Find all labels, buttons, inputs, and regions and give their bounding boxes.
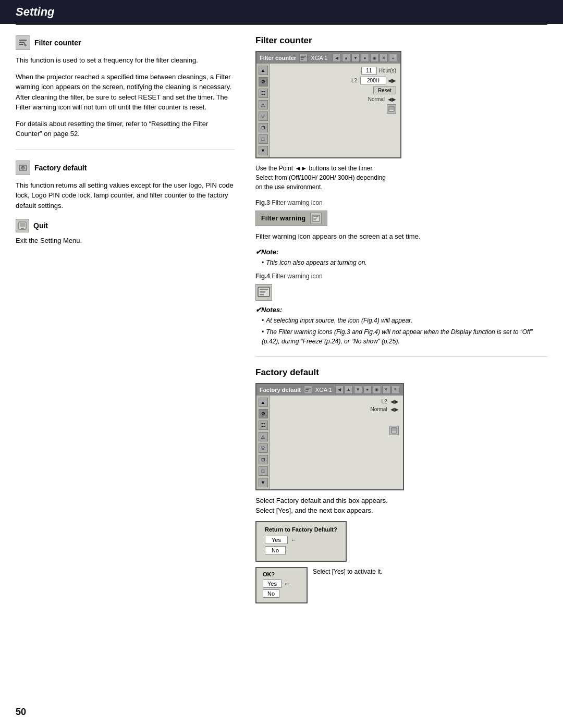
- factory-proj-icon-5: ◉: [373, 386, 381, 394]
- select-activate-text: Select [Yes] to activate it.: [313, 567, 383, 576]
- proj-icon-1: ◀: [333, 54, 341, 62]
- page-title: Setting: [16, 5, 55, 19]
- quit-para1: Exit the Setting Menu.: [16, 236, 235, 246]
- proj-icon-filter: [299, 54, 308, 62]
- sidebar-icon-7: □: [259, 134, 268, 144]
- note1-item1: This icon also appears at turning on.: [255, 258, 547, 267]
- svg-rect-11: [301, 57, 304, 58]
- factory-default-icon: [16, 161, 30, 175]
- proj-quit-row: [274, 104, 396, 114]
- sidebar-icon-3: ☷: [259, 89, 268, 98]
- proj-body: ▲ ⚙ ☷ △ ▽ ⊡ □ ▼ 11 Hour(s): [256, 64, 400, 157]
- notes2-item1: At selecting input source, the icon (Fig…: [255, 316, 547, 325]
- proj-hours-row: 11 Hour(s): [274, 67, 396, 75]
- factory-proj-icon-3: ▼: [354, 386, 362, 394]
- proj-quit-icon: [387, 104, 396, 114]
- proj-header-model: XGA 1: [311, 55, 327, 61]
- factory-proj-row-1: L2 ◀▶: [274, 399, 399, 404]
- section-separator-1: [16, 150, 235, 150]
- factory-proj-icon-1: ◀: [335, 386, 344, 394]
- factory-dialog2-no-btn[interactable]: No: [263, 589, 279, 598]
- filter-counter-para3: For details about resetting the timer, r…: [16, 119, 235, 139]
- factory-right-desc: Select Factory default and this box appe…: [255, 496, 391, 516]
- factory-dialog2-title: OK?: [263, 571, 300, 577]
- page-footer: 50: [16, 707, 26, 718]
- filter-counter-para1: This function is used to set a frequency…: [16, 55, 235, 66]
- svg-rect-20: [260, 289, 268, 290]
- factory-proj-main: L2 ◀▶ Normal ◀▶: [270, 396, 403, 489]
- quit-icon: [16, 219, 29, 232]
- right-column: Filter counter Filter counter XGA 1 ◀ ▲ …: [255, 35, 547, 606]
- factory-proj-row2-arrows[interactable]: ◀▶: [390, 406, 399, 412]
- factory-proj-row1-label: L2: [382, 399, 387, 404]
- factory-proj-quit-row: [274, 426, 399, 435]
- dialogs-container: Return to Factory Default? Yes ← No OK? …: [255, 521, 547, 606]
- proj-row1-label: L2: [351, 78, 357, 83]
- proj-icon-3: ▼: [351, 54, 360, 62]
- factory-proj-row1-arrows[interactable]: ◀▶: [390, 399, 399, 404]
- fig3-caption-text: Filter warning icon: [272, 199, 322, 206]
- svg-rect-27: [392, 428, 396, 431]
- factory-default-heading: Factory default: [16, 161, 235, 175]
- factory-proj-icon-4: ●: [363, 386, 372, 394]
- filter-counter-ui-description: Use the Point ◄► buttons to set the time…: [255, 164, 386, 192]
- svg-rect-21: [260, 291, 265, 293]
- svg-rect-9: [21, 228, 24, 229]
- svg-rect-10: [301, 56, 306, 57]
- factory-dialog1-no-btn[interactable]: No: [265, 546, 286, 554]
- sidebar-icon-2: ⚙: [259, 77, 268, 87]
- select-activate-row: OK? Yes ← No Select [Yes] to activate it…: [255, 567, 383, 606]
- proj-reset-button[interactable]: Reset: [373, 87, 396, 94]
- filter-counter-para2: When the projector reached a specified t…: [16, 72, 235, 113]
- factory-default-right-heading: Factory default: [255, 367, 547, 378]
- factory-dialog2-yes-row: Yes ←: [263, 579, 300, 588]
- fig4-caption: Fig.4 Filter warning icon: [255, 273, 547, 280]
- note1-block: ✔Note: This icon also appears at turning…: [255, 248, 547, 267]
- factory-dialog2-yes-btn[interactable]: Yes: [263, 579, 282, 588]
- proj-main: 11 Hour(s) L2 200H ◀▶ Reset: [270, 64, 400, 157]
- factory-proj-header-icons: ◀ ▲ ▼ ● ◉ ✕ ≡: [335, 386, 400, 394]
- svg-point-6: [22, 167, 23, 168]
- factory-dialog-2: OK? Yes ← No: [255, 567, 308, 603]
- proj-icon-5: ◉: [370, 54, 378, 62]
- svg-rect-16: [313, 216, 319, 217]
- factory-proj-icon-7: ≡: [391, 386, 400, 394]
- svg-rect-2: [19, 44, 23, 45]
- proj-icon-2: ▲: [342, 54, 350, 62]
- factory-dialog2-yes-arrow: ←: [284, 579, 291, 588]
- proj-row1-arrows[interactable]: ◀▶: [388, 78, 396, 83]
- fig3-caption: Fig.3 Filter warning icon: [255, 199, 547, 206]
- factory-proj-icon-2: ▲: [345, 386, 353, 394]
- note1-title: ✔Note:: [255, 248, 547, 256]
- svg-rect-22: [260, 294, 264, 295]
- proj-row1-value: 200H: [360, 77, 386, 84]
- factory-sidebar-icon-7: □: [259, 466, 268, 476]
- filter-warning-desc: Filter warning icon appears on the scree…: [255, 231, 547, 242]
- factory-dialog1-yes-btn[interactable]: Yes: [265, 536, 288, 544]
- svg-rect-18: [313, 219, 316, 220]
- factory-proj-row-2: Normal ◀▶: [274, 406, 399, 412]
- factory-dialog2-no-row: No: [263, 589, 300, 598]
- fig3-caption-bold: Fig.3: [255, 199, 270, 206]
- page-header: Setting: [0, 0, 563, 24]
- factory-proj-icon-6: ✕: [382, 386, 390, 394]
- svg-rect-0: [19, 40, 27, 41]
- proj-row2-arrows[interactable]: ◀▶: [388, 96, 396, 102]
- svg-rect-1: [19, 42, 25, 43]
- factory-dialog-1: Return to Factory Default? Yes ← No: [255, 521, 347, 562]
- svg-rect-23: [305, 388, 311, 389]
- filter-warning-badge: Filter warning: [255, 211, 327, 226]
- svg-rect-8: [20, 223, 25, 227]
- factory-sidebar-icon-4: △: [259, 432, 268, 441]
- proj-row-2: Normal ◀▶: [274, 96, 396, 102]
- filter-counter-right-heading: Filter counter: [255, 35, 547, 46]
- svg-rect-12: [301, 59, 303, 60]
- filter-warning-badge-icon: [310, 213, 322, 224]
- main-content: Filter counter This function is used to …: [0, 25, 563, 616]
- factory-dialog1-no-row: No: [265, 546, 337, 554]
- filter-warning-icon-large: [255, 284, 272, 301]
- proj-hours-unit: Hour(s): [379, 68, 396, 73]
- fig4-caption-bold: Fig.4: [255, 273, 270, 280]
- sidebar-icon-4: △: [259, 100, 268, 109]
- factory-sidebar-icon-3: ☷: [259, 421, 268, 430]
